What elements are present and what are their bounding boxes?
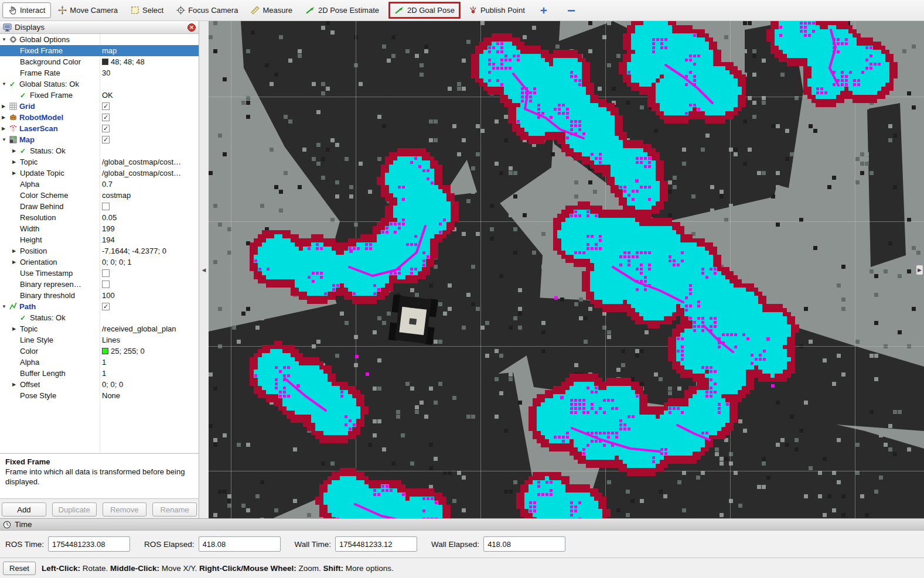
collapse-right-arrow-icon[interactable]: ▶ [916, 265, 923, 275]
tree-row-path[interactable]: ▼Path✓ [0, 301, 199, 312]
property-value[interactable]: ✓ [102, 123, 110, 134]
collapse-arrow-icon[interactable]: ▼ [2, 137, 9, 142]
tree-row-alpha[interactable]: Alpha0.7 [0, 179, 199, 190]
checkbox-unchecked[interactable] [102, 269, 110, 277]
tree-row-status-ok[interactable]: ✓Status: Ok [0, 312, 199, 323]
checkbox-checked[interactable]: ✓ [102, 102, 110, 110]
tree-row-fixed-frame[interactable]: Fixed Framemap [0, 45, 199, 56]
expand-arrow-icon[interactable]: ▶ [12, 382, 20, 387]
expand-arrow-icon[interactable]: ▶ [2, 104, 9, 109]
pose-estimate-button[interactable]: 2D Pose Estimate [299, 2, 385, 18]
tree-row-resolution[interactable]: Resolution0.05 [0, 212, 199, 223]
duplicate-button[interactable]: Duplicate [52, 502, 97, 517]
checkbox-checked[interactable]: ✓ [102, 303, 110, 310]
expand-arrow-icon[interactable]: ▶ [12, 159, 20, 165]
expand-arrow-icon[interactable]: ▶ [12, 170, 20, 176]
tree-row-pose-style[interactable]: Pose StyleNone [0, 390, 199, 401]
tree-row-background-color[interactable]: Background Color48; 48; 48 [0, 56, 199, 67]
measure-button[interactable]: Measure [245, 2, 298, 18]
tree-row-binary-represen[interactable]: Binary represen… [0, 279, 199, 290]
property-value[interactable]: 0; 0; 0 [102, 379, 123, 390]
expand-arrow-icon[interactable]: ▶ [12, 326, 20, 331]
checkbox-checked[interactable]: ✓ [102, 125, 110, 132]
goal-pose-button[interactable]: 2D Goal Pose [388, 2, 461, 19]
property-value[interactable]: 0.7 [102, 179, 112, 190]
tree-row-binary-threshold[interactable]: Binary threshold100 [0, 290, 199, 301]
property-value[interactable] [102, 279, 110, 290]
tree-row-global-options[interactable]: ▼Global Options [0, 34, 199, 45]
remove-button[interactable]: Remove [103, 502, 147, 517]
color-swatch[interactable] [102, 59, 108, 65]
checkbox-checked[interactable]: ✓ [102, 114, 110, 121]
property-value[interactable]: -7.1644; -4.2377; 0 [102, 245, 166, 256]
panel-splitter[interactable]: ◀ [199, 21, 209, 518]
property-value[interactable] [102, 201, 110, 212]
tree-row-height[interactable]: Height194 [0, 234, 199, 245]
expand-arrow-icon[interactable]: ▶ [12, 148, 20, 153]
tree-row-alpha[interactable]: Alpha1 [0, 357, 199, 368]
checkbox-unchecked[interactable] [102, 281, 110, 288]
property-value[interactable]: 0.05 [102, 212, 117, 223]
tree-row-position[interactable]: ▶Position-7.1644; -4.2377; 0 [0, 245, 199, 256]
rename-button[interactable]: Rename [152, 502, 197, 517]
tree-row-width[interactable]: Width199 [0, 223, 199, 234]
property-value[interactable]: ✓ [102, 301, 110, 312]
property-value[interactable]: ✓ [102, 112, 110, 123]
tree-row-draw-behind[interactable]: Draw Behind [0, 201, 199, 212]
tree-row-fixed-frame[interactable]: ✓Fixed FrameOK [0, 90, 199, 101]
property-value[interactable]: 199 [102, 223, 115, 234]
ros-time-input[interactable] [48, 536, 130, 552]
expand-arrow-icon[interactable]: ▶ [2, 115, 9, 120]
wall-elapsed-input[interactable] [483, 536, 565, 552]
tree-row-orientation[interactable]: ▶Orientation0; 0; 0; 1 [0, 256, 199, 268]
focus-camera-button[interactable]: Focus Camera [171, 2, 244, 18]
tree-row-color-scheme[interactable]: Color Schemecostmap [0, 190, 199, 201]
interact-button[interactable]: Interact [2, 2, 51, 18]
property-value[interactable]: costmap [102, 190, 131, 201]
property-value[interactable]: ✓ [102, 134, 110, 145]
tree-row-topic[interactable]: ▶Topic/global_costmap/cost… [0, 156, 199, 167]
property-value[interactable]: Lines [102, 334, 120, 346]
select-button[interactable]: Select [125, 2, 169, 18]
property-value[interactable]: 100 [102, 290, 115, 301]
property-value[interactable]: 30 [102, 67, 110, 78]
tree-row-topic[interactable]: ▶Topic/received_global_plan [0, 323, 199, 334]
tree-row-offset[interactable]: ▶Offset0; 0; 0 [0, 379, 199, 390]
checkbox-unchecked[interactable] [102, 203, 110, 210]
ros-elapsed-input[interactable] [199, 536, 281, 552]
collapse-arrow-icon[interactable]: ▼ [2, 37, 9, 42]
reset-button[interactable]: Reset [3, 562, 36, 575]
property-value[interactable]: 1 [102, 368, 106, 379]
wall-time-input[interactable] [335, 536, 417, 552]
tree-row-map[interactable]: ▼Map✓ [0, 134, 199, 145]
tree-row-update-topic[interactable]: ▶Update Topic/global_costmap/cost… [0, 167, 199, 179]
publish-point-button[interactable]: Publish Point [463, 2, 531, 18]
expand-arrow-icon[interactable]: ▶ [2, 126, 9, 131]
tree-row-buffer-length[interactable]: Buffer Length1 [0, 368, 199, 379]
property-value[interactable]: 25; 255; 0 [102, 346, 145, 357]
toolbar-collapse-button[interactable]: − [567, 4, 575, 18]
tree-row-use-timestamp[interactable]: Use Timestamp [0, 268, 199, 279]
tree-row-status-ok[interactable]: ▶✓Status: Ok [0, 145, 199, 156]
close-icon[interactable]: ✕ [187, 23, 196, 32]
3d-viewport[interactable]: ▶ [209, 21, 924, 518]
property-value[interactable]: /global_costmap/cost… [102, 156, 181, 167]
collapse-arrow-icon[interactable]: ▼ [2, 304, 9, 309]
3d-viewport-canvas[interactable] [209, 21, 924, 518]
tree-row-frame-rate[interactable]: Frame Rate30 [0, 67, 199, 78]
collapse-arrow-icon[interactable]: ▼ [2, 81, 9, 87]
tree-row-grid[interactable]: ▶Grid✓ [0, 101, 199, 112]
property-value[interactable]: /global_costmap/cost… [102, 167, 181, 179]
move-camera-button[interactable]: Move Camera [52, 2, 124, 18]
property-value[interactable]: /received_global_plan [102, 323, 176, 334]
collapse-left-arrow-icon[interactable]: ◀ [202, 267, 206, 273]
property-value[interactable]: 48; 48; 48 [102, 56, 145, 67]
color-swatch[interactable] [102, 348, 108, 354]
add-button[interactable]: Add [2, 502, 46, 517]
tree-row-global-status-ok[interactable]: ▼✓Global Status: Ok [0, 78, 199, 90]
expand-arrow-icon[interactable]: ▶ [12, 248, 20, 254]
property-value[interactable]: 0; 0; 0; 1 [102, 256, 132, 268]
property-value[interactable]: None [102, 390, 120, 401]
property-value[interactable]: OK [102, 90, 113, 101]
property-value[interactable]: 194 [102, 234, 115, 245]
